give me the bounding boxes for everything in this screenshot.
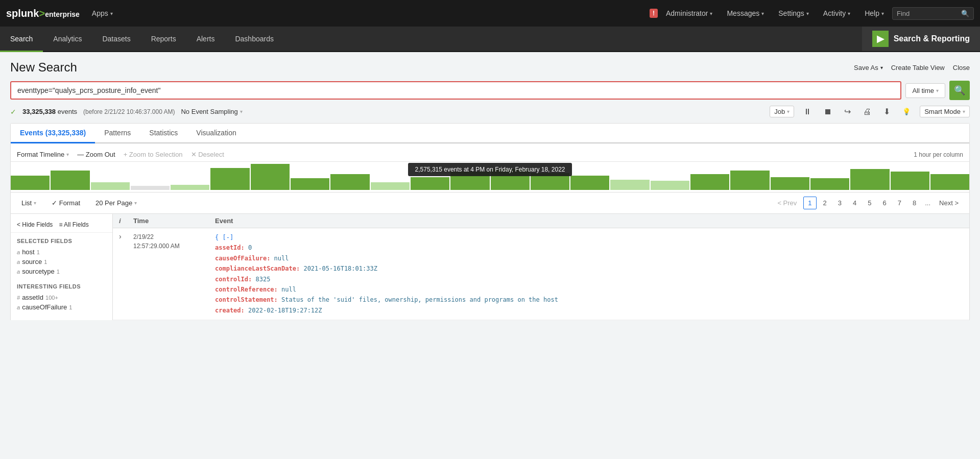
timeline-bar-1[interactable] (51, 171, 89, 190)
apps-menu[interactable]: Apps ▾ (86, 0, 119, 27)
timeline-bar-19[interactable] (771, 177, 809, 190)
per-page-chevron-icon: ▾ (134, 200, 137, 206)
status-count: 33,325,338 events (22, 108, 77, 115)
hide-fields-button[interactable]: < Hide Fields (17, 221, 53, 228)
page-8-button[interactable]: 8 (908, 197, 921, 209)
page-5-button[interactable]: 5 (863, 197, 876, 209)
timeline-bar-20[interactable] (810, 178, 849, 190)
prev-button[interactable]: < Prev (773, 197, 801, 209)
tab-analytics[interactable]: Analytics (43, 27, 92, 52)
share-button[interactable]: ↪ (841, 105, 854, 118)
tab-datasets[interactable]: Datasets (92, 27, 140, 52)
status-check-icon: ✓ (10, 108, 16, 116)
search-button[interactable]: 🔍 (949, 81, 970, 100)
field-host[interactable]: a host 1 (17, 247, 106, 257)
job-button[interactable]: Job ▾ (770, 106, 794, 117)
info-icon: 💡 (899, 106, 914, 117)
tab-search[interactable]: Search (0, 27, 43, 52)
administrator-menu[interactable]: Administrator ▾ (660, 0, 719, 27)
tab-alerts[interactable]: Alerts (186, 27, 225, 52)
brand-icon: ▶ (872, 31, 889, 47)
events-container: < Hide Fields ≡ All Fields SELECTED FIEL… (11, 214, 969, 320)
save-as-chevron-icon: ▾ (880, 65, 883, 70)
expand-row-button[interactable]: › (119, 232, 133, 240)
stop-button[interactable]: ⏹ (821, 106, 835, 118)
collapse-link[interactable]: [-] (222, 234, 233, 241)
activity-menu[interactable]: Activity ▾ (817, 0, 856, 27)
search-input[interactable] (17, 86, 894, 94)
timeline-bar-2[interactable] (91, 182, 130, 190)
timeline-bar-13[interactable] (531, 173, 569, 190)
help-menu[interactable]: Help ▾ (858, 0, 890, 27)
timeline-bar-16[interactable] (651, 181, 689, 190)
pause-button[interactable]: ⏸ (800, 106, 815, 118)
timeline-bar-21[interactable] (850, 169, 889, 190)
tab-events[interactable]: Events (33,325,338) (11, 124, 95, 143)
timeline-area[interactable]: 2,575,315 events at 4 PM on Friday, Febr… (11, 162, 969, 192)
save-as-button[interactable]: Save As ▾ (854, 64, 883, 71)
alert-badge[interactable]: ! (650, 9, 658, 18)
print-button[interactable]: 🖨 (860, 106, 874, 118)
page-2-button[interactable]: 2 (819, 197, 831, 209)
sampling-button[interactable]: No Event Sampling ▾ (181, 108, 242, 115)
timeline-bar-14[interactable] (570, 176, 609, 190)
export-button[interactable]: ⬇ (880, 105, 893, 118)
tab-visualization[interactable]: Visualization (187, 124, 245, 143)
timeline-bar-23[interactable] (930, 174, 969, 190)
messages-menu[interactable]: Messages ▾ (721, 0, 770, 27)
timeline-bar-22[interactable] (891, 172, 929, 190)
messages-chevron-icon: ▾ (761, 11, 764, 16)
zoom-out-button[interactable]: — Zoom Out (77, 151, 115, 158)
all-fields-button[interactable]: ≡ All Fields (59, 221, 88, 228)
field-sourcetype[interactable]: a sourcetype 1 (17, 267, 106, 276)
field-assetid[interactable]: # assetId 100+ (17, 293, 106, 302)
page-6-button[interactable]: 6 (878, 197, 891, 209)
field-source[interactable]: a source 1 (17, 257, 106, 267)
timeline-bar-4[interactable] (171, 185, 209, 190)
timeline-bar-9[interactable] (371, 182, 410, 190)
deselect-button[interactable]: ✕ Deselect (191, 151, 224, 158)
page-1-button[interactable]: 1 (803, 197, 816, 209)
per-page-button[interactable]: 20 Per Page ▾ (91, 197, 141, 209)
job-chevron-icon: ▾ (787, 109, 790, 114)
logo[interactable]: splunk>enterprise (6, 8, 80, 19)
create-table-view-button[interactable]: Create Table View (891, 64, 945, 71)
close-button[interactable]: Close (953, 64, 970, 71)
tab-statistics[interactable]: Statistics (140, 124, 187, 143)
time-range-chevron-icon: ▾ (936, 88, 939, 93)
search-row: All time ▾ 🔍 (10, 81, 970, 100)
format-button[interactable]: ✓ Format (47, 197, 85, 209)
timeline-bar-5[interactable] (210, 168, 249, 190)
settings-menu[interactable]: Settings ▾ (772, 0, 815, 27)
settings-chevron-icon: ▾ (806, 11, 809, 16)
timeline-bar-17[interactable] (690, 174, 729, 190)
selected-fields-section: SELECTED FIELDS a host 1 a source 1 a so… (11, 233, 112, 278)
format-timeline-button[interactable]: Format Timeline ▾ (17, 151, 69, 158)
zoom-to-selection-button[interactable]: + Zoom to Selection (124, 151, 183, 158)
timeline-controls: Format Timeline ▾ — Zoom Out + Zoom to S… (11, 148, 969, 162)
timeline-bar-10[interactable] (411, 177, 449, 190)
timeline-bar-0[interactable] (11, 176, 50, 190)
page-3-button[interactable]: 3 (833, 197, 846, 209)
timeline-bar-12[interactable] (491, 169, 530, 190)
timeline-bar-11[interactable] (450, 172, 489, 190)
timeline-bar-18[interactable] (730, 171, 769, 190)
find-input-wrap[interactable]: Find 🔍 (892, 7, 974, 20)
timeline-bar-3[interactable] (131, 186, 170, 190)
tab-reports[interactable]: Reports (141, 27, 186, 52)
list-view-button[interactable]: List ▾ (17, 197, 41, 209)
timeline-bar-8[interactable] (330, 174, 369, 190)
time-range-picker[interactable]: All time ▾ (905, 83, 945, 98)
page-4-button[interactable]: 4 (848, 197, 861, 209)
smart-mode-button[interactable]: Smart Mode ▾ (920, 106, 970, 117)
timeline-bar-6[interactable] (251, 164, 290, 190)
field-causeofailure[interactable]: a causeOfFailure 1 (17, 302, 106, 312)
timeline-bar-7[interactable] (291, 178, 329, 190)
next-button[interactable]: Next > (935, 197, 963, 209)
timeline-bar-15[interactable] (610, 180, 649, 190)
tab-dashboards[interactable]: Dashboards (225, 27, 284, 52)
page-7-button[interactable]: 7 (893, 197, 906, 209)
results-toolbar: List ▾ ✓ Format 20 Per Page ▾ < Prev 1 2… (11, 192, 969, 214)
tab-patterns[interactable]: Patterns (95, 124, 140, 143)
page-title: New Search (10, 60, 854, 75)
